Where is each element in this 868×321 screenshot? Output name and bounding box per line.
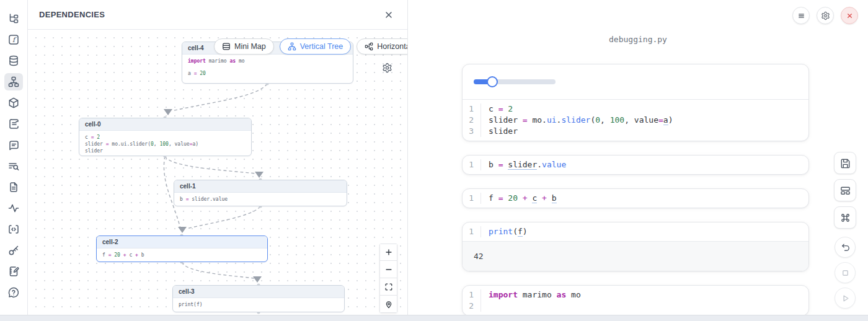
notebook-area: debugging.py 1c = 22slider = mo.ui.slide… xyxy=(408,0,868,315)
shortcuts-button[interactable] xyxy=(834,206,856,229)
database-icon xyxy=(7,55,20,67)
sidebar-item-script[interactable] xyxy=(4,115,23,133)
scratchpad-icon xyxy=(7,265,20,278)
sidebar-item-scratchpad[interactable] xyxy=(4,263,23,280)
notebook-cell[interactable]: 1print(f)42 xyxy=(462,222,809,271)
sidebar-item-database[interactable] xyxy=(4,52,23,69)
run-icon xyxy=(839,292,851,304)
focus-icon xyxy=(384,300,393,309)
view-mode-label: Vertical Tree xyxy=(300,42,343,51)
view-mode-label: Mini Map xyxy=(234,42,266,51)
line-number: 1 xyxy=(463,103,481,115)
vertical-tree-icon xyxy=(288,42,296,51)
app-footer xyxy=(0,315,868,321)
layout-button[interactable] xyxy=(834,179,856,201)
slider-thumb[interactable] xyxy=(487,76,498,87)
sidebar-item-help[interactable] xyxy=(4,284,23,301)
fit-view-button[interactable] xyxy=(379,278,397,296)
notebook-cells: 1c = 22slider = mo.ui.slider(0, 100, val… xyxy=(462,64,809,321)
save-button[interactable] xyxy=(834,152,856,174)
shutdown-icon xyxy=(845,11,854,20)
graph-node-cell-1[interactable]: cell-1b = slider.value xyxy=(174,180,347,206)
notebook-cell[interactable]: 1f = 20 + c + b xyxy=(462,188,809,208)
line-number: 1 xyxy=(463,289,481,301)
line-number: 2 xyxy=(463,115,481,126)
graph-node-cell-3[interactable]: cell-3print(f) xyxy=(172,285,345,312)
activity-icon xyxy=(7,202,20,214)
graph-node-cell-0[interactable]: cell-0c = 2slider = mo.ui.slider(0, 100,… xyxy=(79,118,252,156)
sidebar-item-file-tree[interactable] xyxy=(4,10,23,27)
view-mode-vertical-tree-button[interactable]: Vertical Tree xyxy=(280,38,351,55)
icon-sidebar: f xyxy=(0,0,28,321)
undo-icon xyxy=(839,242,851,253)
code-console-icon xyxy=(7,223,20,235)
zoom-in-button[interactable] xyxy=(379,244,397,261)
run-button[interactable] xyxy=(835,288,856,309)
view-mode-minimap-button[interactable]: Mini Map xyxy=(214,38,274,55)
focus-button[interactable] xyxy=(379,296,397,313)
notebook-cell[interactable]: 1import marimo as mo2 xyxy=(462,285,809,316)
zoom-out-icon xyxy=(384,265,393,274)
code-editor[interactable]: 1import marimo as mo2 xyxy=(463,286,808,315)
graph-node-code: b = slider.value xyxy=(174,193,347,206)
save-icon xyxy=(839,157,851,169)
functions-icon: f xyxy=(7,33,20,46)
shortcuts-icon xyxy=(839,212,851,224)
sidebar-item-package[interactable] xyxy=(4,94,23,112)
view-mode-horizontal-tree-button[interactable]: Horizontal Tree xyxy=(356,38,407,55)
notebook-cell[interactable]: 1b = slider.value xyxy=(462,155,809,175)
package-icon xyxy=(7,97,20,109)
dependency-graph-icon xyxy=(7,76,20,88)
line-number: 1 xyxy=(463,226,481,237)
menu-button[interactable] xyxy=(792,7,810,24)
slider-track[interactable] xyxy=(474,79,556,84)
settings-button[interactable] xyxy=(817,7,834,24)
view-mode-label: Horizontal Tree xyxy=(377,42,407,51)
minimap-icon xyxy=(222,42,231,51)
graph-toolbar: Mini MapVertical TreeHorizontal Tree xyxy=(214,38,407,55)
sidebar-item-dependency-graph[interactable] xyxy=(4,73,23,90)
close-panel-button[interactable] xyxy=(381,7,396,22)
script-icon xyxy=(7,118,20,130)
graph-node-title: cell-0 xyxy=(79,118,251,131)
line-number: 1 xyxy=(463,193,481,204)
graph-node-cell-2[interactable]: cell-2f = 20 + c + b xyxy=(96,235,268,262)
graph-node-title: cell-1 xyxy=(174,180,347,193)
slider-output xyxy=(463,64,808,100)
horizontal-tree-icon xyxy=(365,42,373,51)
chat-icon xyxy=(7,139,20,151)
key-icon xyxy=(7,244,20,257)
sidebar-item-chat[interactable] xyxy=(4,136,23,154)
graph-settings-button[interactable] xyxy=(381,63,392,74)
dependencies-panel: DEPENDENCIES xyxy=(28,0,408,321)
stop-button[interactable] xyxy=(835,262,856,283)
graph-node-title: cell-3 xyxy=(173,286,344,298)
sidebar-item-document[interactable] xyxy=(4,178,23,196)
dependency-graph-canvas[interactable]: cell-4import marimo as moa = 20cell-0c =… xyxy=(28,30,407,321)
code-editor[interactable]: 1b = slider.value xyxy=(463,156,808,174)
code-editor[interactable]: 1c = 22slider = mo.ui.slider(0, 100, val… xyxy=(463,100,808,141)
line-number: 3 xyxy=(463,126,481,137)
fit-view-icon xyxy=(384,283,393,291)
settings-icon xyxy=(821,11,830,20)
graph-node-code: c = 2slider = mo.ui.slider(0, 100, value… xyxy=(79,131,251,156)
help-icon xyxy=(7,286,20,299)
shutdown-button[interactable] xyxy=(841,7,858,24)
sidebar-item-log-search[interactable] xyxy=(4,157,23,175)
sidebar-item-code-console[interactable] xyxy=(4,221,23,238)
notebook-filename: debugging.py xyxy=(408,35,868,44)
undo-button[interactable] xyxy=(835,237,856,258)
svg-text:f: f xyxy=(12,36,17,44)
zoom-in-icon xyxy=(384,248,393,257)
sidebar-item-activity[interactable] xyxy=(4,200,23,217)
document-icon xyxy=(7,181,20,193)
header-buttons xyxy=(792,7,858,24)
line-number: 2 xyxy=(463,301,481,312)
code-editor[interactable]: 1f = 20 + c + b xyxy=(463,189,808,208)
sidebar-item-functions[interactable]: f xyxy=(4,31,23,48)
zoom-out-button[interactable] xyxy=(379,261,397,278)
code-editor[interactable]: 1print(f) xyxy=(463,222,808,241)
notebook-cell[interactable]: 1c = 22slider = mo.ui.slider(0, 100, val… xyxy=(462,64,809,141)
sidebar-item-key[interactable] xyxy=(4,242,23,259)
panel-title: DEPENDENCIES xyxy=(39,10,105,19)
